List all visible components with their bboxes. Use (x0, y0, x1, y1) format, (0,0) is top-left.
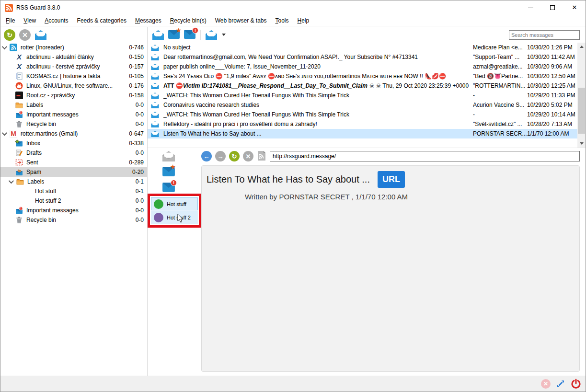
message-row[interactable]: Reflektory - ideální pro práci i pro osv… (148, 119, 577, 129)
feed-linux-reddit[interactable]: Linux, GNU/Linux, free software... 0-176 (0, 81, 147, 91)
feed-kosmas[interactable]: KOSMAS.cz | historie a fakta 0-105 (0, 71, 147, 81)
reload-button[interactable]: ↻ (229, 151, 240, 161)
menu-recycle-bins[interactable]: Recycle bin(s) (166, 15, 211, 26)
toggle-read-button[interactable] (162, 150, 174, 163)
fullscreen-toggle-button[interactable] (555, 379, 566, 389)
message-row[interactable]: paper publish online___Volume: 7, Issue_… (148, 62, 577, 71)
message-row[interactable]: Sʜᴇ's 24 Yᴇᴀʀs Oʟᴅ ⛔ "1,9 miles" Aᴡᴀʏ ⛔ᴀ… (148, 71, 577, 81)
feed-count: 0-1 (132, 188, 144, 195)
written-by-line: Written by PORNSTAR SECRET , 1/1/70 12:0… (202, 193, 451, 201)
url-button[interactable]: URL (378, 171, 405, 188)
abclinuxu-icon: X (15, 63, 23, 70)
folder-labels-inoreader[interactable]: Labels 0-0 (0, 100, 147, 110)
feed-important-messages-gmail[interactable]: ! Important messages 0-0 (0, 206, 147, 215)
feed-sent[interactable]: Sent 0-289 (0, 158, 147, 167)
feed-label: Recycle bin (26, 121, 56, 127)
feed-rootcz[interactable]: Root.cz - zprávičky 0-158 (0, 91, 147, 100)
folder-labels-gmail[interactable]: Labels 0-1 (0, 177, 147, 186)
popup-label-hot-stuff[interactable]: Hot stuff (151, 197, 198, 210)
mark-message-read-button[interactable] (152, 30, 164, 40)
feed-recycle-bin-inoreader[interactable]: Recycle bin 0-0 (0, 119, 147, 129)
mouse-cursor (177, 214, 184, 224)
mark-unread-button[interactable]: ! (184, 30, 196, 40)
search-input[interactable] (509, 30, 580, 40)
feed-spam[interactable]: Spam 0-20 (0, 167, 147, 177)
refresh-feeds-button[interactable]: ↻ (4, 29, 15, 41)
feed-abclinuxu-aktualni[interactable]: X abclinuxu - aktuální články 0-150 (0, 52, 147, 62)
message-date: 1/1/70 12:00 AM (527, 130, 577, 137)
star-icon: ★ (170, 163, 176, 170)
message-toolbar: ★ ! (148, 27, 586, 43)
menu-accounts[interactable]: Accounts (40, 15, 72, 26)
minimize-button[interactable] (519, 0, 541, 15)
message-list-scrollbar[interactable] (577, 43, 586, 148)
stop-refresh-button[interactable]: ✕ (19, 29, 31, 41)
feed-important-messages-inoreader[interactable]: ! Important messages 0-0 (0, 110, 147, 119)
feed-abclinuxu-cerstve[interactable]: X abclinuxu - čerstvé zprávičky 0-157 (0, 62, 147, 71)
feed-account-gmail[interactable]: M rotter.martinos (Gmail) 0-647 (0, 129, 147, 138)
scrollbar-thumb[interactable] (578, 88, 585, 134)
menu-file[interactable]: File (1, 15, 19, 26)
feed-drafts[interactable]: Drafts 0-0 (0, 148, 147, 158)
scroll-up-button[interactable] (577, 43, 586, 51)
url-input[interactable] (270, 151, 580, 161)
feed-count: 0-150 (125, 54, 144, 60)
menu-feeds-categories[interactable]: Feeds & categories (73, 15, 131, 26)
label-hot-stuff[interactable]: Hot stuff 0-1 (0, 186, 147, 196)
feed-toolbar: ↻ ✕ (0, 27, 147, 43)
preview-toolbar: ★ ! (162, 150, 174, 195)
arrow-down-icon (580, 142, 584, 145)
feed-count: 0-647 (125, 130, 144, 137)
menu-messages[interactable]: Messages (131, 15, 166, 26)
close-button[interactable]: ✕ (563, 0, 586, 15)
mark-read-button[interactable] (34, 30, 47, 40)
label-hot-stuff-2[interactable]: Hot stuff 2 0-0 (0, 196, 147, 206)
mark-all-read-dropdown-button[interactable] (205, 30, 218, 40)
menu-tools[interactable]: Tools (271, 15, 293, 26)
feed-label: Hot stuff 2 (35, 197, 61, 204)
toolbar-separator (200, 30, 201, 40)
scroll-down-button[interactable] (577, 139, 586, 148)
forward-button[interactable]: → (215, 151, 226, 161)
feed-inbox[interactable]: Inbox 0-338 (0, 138, 147, 148)
purple-label-icon (154, 213, 163, 222)
dropdown-caret-icon[interactable] (222, 34, 226, 36)
chevron-down-icon[interactable] (2, 130, 7, 136)
message-subject: Reflektory - ideální pro práci i pro osv… (163, 121, 473, 127)
menu-view[interactable]: View (19, 15, 40, 26)
maximize-button[interactable] (541, 0, 563, 15)
menu-web-browser-tabs[interactable]: Web browser & tabs (211, 15, 271, 26)
mark-important-button[interactable]: ★ (168, 30, 180, 40)
message-row[interactable]: _WATCH: This Woman Cured Her Toenail Fun… (148, 91, 577, 100)
document-icon (15, 72, 23, 80)
feed-label: Sent (26, 159, 38, 166)
message-row[interactable]: No subject Medicare Plan <e... 10/30/20 … (148, 43, 577, 52)
back-button[interactable]: ← (201, 151, 212, 161)
feed-label: Drafts (26, 150, 42, 156)
trash-icon (15, 120, 23, 128)
toggle-important-button[interactable]: ★ (162, 166, 174, 179)
quit-button[interactable] (571, 379, 581, 389)
feed-count: 0-0 (132, 197, 144, 204)
feed-tree: rotter (Inoreader) 0-746 X abclinuxu - a… (0, 43, 147, 376)
message-row[interactable]: ATT ⛔Victim ID:1741081__Please_Respond__… (148, 81, 577, 91)
toggle-unread-button[interactable]: ! (162, 182, 174, 195)
feed-label: Spam (26, 169, 41, 175)
feed-label: Linux, GNU/Linux, free software... (26, 82, 113, 89)
chevron-down-icon[interactable] (9, 178, 14, 184)
unread-mail-icon (151, 121, 159, 128)
message-row[interactable]: Dear rottermartinos@gmail.com, We Need Y… (148, 52, 577, 62)
feed-account-inoreader[interactable]: rotter (Inoreader) 0-746 (0, 43, 147, 52)
feed-count: 0-0 (132, 111, 144, 118)
unread-mail-icon (151, 92, 159, 99)
popup-label-hot-stuff-2[interactable]: Hot stuff 2 (151, 211, 198, 224)
unread-mail-icon (151, 73, 159, 80)
feed-recycle-bin-gmail[interactable]: Recycle bin 0-0 (0, 215, 147, 225)
message-row-selected[interactable]: Listen To What he Has to Say about ... P… (148, 129, 577, 138)
menu-help[interactable]: Help (293, 15, 314, 26)
message-row[interactable]: Coronavirus vaccine research studies Acu… (148, 100, 577, 110)
message-row[interactable]: _WATCH: This Woman Cured Her Toenail Fun… (148, 110, 577, 119)
stop-button[interactable]: ✕ (243, 151, 253, 161)
label-assign-popup: Hot stuff Hot stuff 2 (148, 194, 201, 228)
chevron-down-icon[interactable] (2, 44, 7, 49)
